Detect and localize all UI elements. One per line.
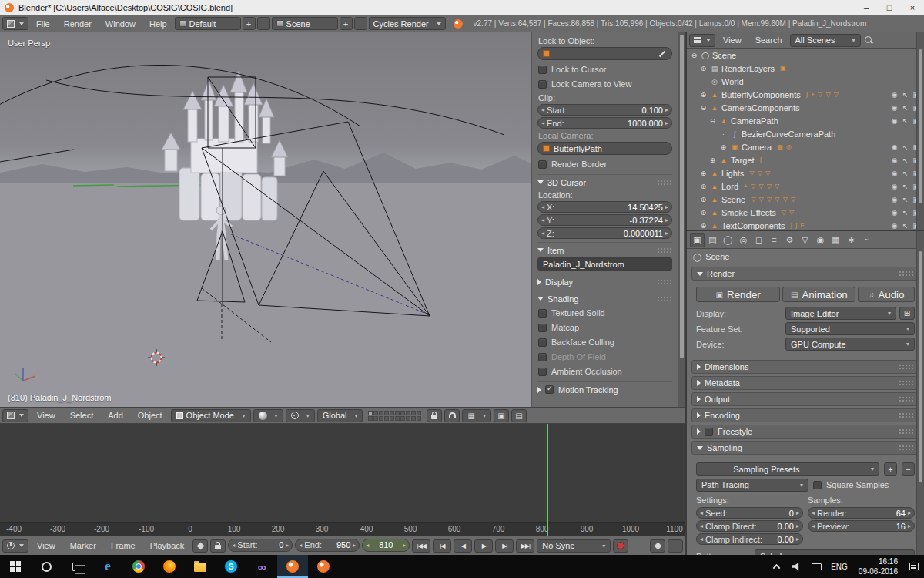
blender-app-button-2[interactable]: [308, 555, 339, 578]
visual-studio-app-button[interactable]: [246, 555, 277, 578]
hidden-icons-chevron[interactable]: [766, 555, 786, 578]
timeline-ruler[interactable]: -400 -300 -200 -100 0 100 200 300 400 50…: [0, 522, 685, 536]
checkbox-icon[interactable]: [538, 160, 547, 169]
snap-element-dropdown[interactable]: ▦: [462, 409, 490, 422]
visibility-eye-icon[interactable]: [889, 170, 899, 177]
layer-cell[interactable]: [390, 416, 394, 421]
clip-end-field[interactable]: End:1000.000: [537, 117, 672, 129]
outliner-item-camerapath[interactable]: CameraPath: [687, 114, 924, 127]
close-layout-button[interactable]: [257, 17, 270, 30]
layer-cell[interactable]: [379, 411, 383, 415]
menu-file[interactable]: File: [30, 15, 56, 32]
minimize-button[interactable]: –: [855, 0, 878, 15]
maximize-button[interactable]: □: [878, 0, 901, 15]
outliner-region[interactable]: View Search All Scenes Scene RenderLayer…: [687, 32, 924, 231]
window-titlebar[interactable]: Blender* [C:\Users\Alface\Desktop\COSIG\…: [0, 0, 924, 15]
language-indicator[interactable]: ENG: [826, 555, 852, 578]
insert-keyframe-button[interactable]: [650, 539, 665, 553]
tab-physics[interactable]: [859, 233, 874, 247]
lock-to-scene-icon[interactable]: [427, 409, 442, 422]
outliner-item-textcomponents[interactable]: TextComponents ∫ ∫ F: [687, 219, 924, 231]
menu-help[interactable]: Help: [143, 15, 173, 32]
tab-object-data[interactable]: [798, 233, 812, 247]
outliner-item-smoke-effects[interactable]: Smoke Effects ▽ ▽: [687, 206, 924, 219]
cursor-x-field[interactable]: X:14.50425: [537, 201, 672, 213]
matcap-checkbox[interactable]: Matcap: [538, 321, 671, 334]
tab-modifiers[interactable]: [782, 233, 797, 247]
scrollbar-thumb[interactable]: [919, 251, 922, 482]
section-header-freestyle[interactable]: Freestyle: [691, 425, 919, 439]
jump-to-start-button[interactable]: [412, 539, 430, 553]
viewport-editor-type-button[interactable]: [2, 409, 28, 422]
new-window-icon[interactable]: [899, 307, 915, 320]
search-icon[interactable]: [864, 35, 873, 45]
view3d-properties-region[interactable]: Lock to Object: Lock to Cursor Lock Came…: [531, 32, 678, 407]
play-reverse-button[interactable]: [454, 539, 472, 553]
menu-marker[interactable]: Marker: [64, 536, 102, 555]
file-explorer-button[interactable]: [185, 555, 216, 578]
section-header-sampling[interactable]: Sampling: [691, 441, 919, 455]
add-preset-button[interactable]: [884, 462, 897, 476]
panel-header-motion-tracking[interactable]: Motion Tracking: [537, 381, 672, 395]
outliner-item-beziercurvecamerapath[interactable]: BezierCurveCameraPath: [687, 127, 924, 140]
expand-icon[interactable]: [699, 170, 708, 177]
menu-object[interactable]: Object: [132, 408, 169, 423]
timeline-region[interactable]: -400 -300 -200 -100 0 100 200 300 400 50…: [0, 424, 685, 536]
layer-cell[interactable]: [384, 416, 389, 421]
tab-object[interactable]: [752, 233, 766, 247]
selectability-cursor-icon[interactable]: [900, 91, 910, 99]
render-audio-button[interactable]: ♫Audio: [858, 287, 915, 302]
menu-view[interactable]: View: [717, 32, 748, 48]
expand-icon[interactable]: [699, 222, 708, 230]
local-camera-field[interactable]: ButterflyPath: [537, 142, 672, 155]
outliner-item-scene[interactable]: Scene: [687, 49, 924, 62]
selectability-cursor-icon[interactable]: [900, 183, 910, 190]
selectability-cursor-icon[interactable]: [900, 196, 910, 203]
display-settings-button[interactable]: [806, 555, 826, 578]
panel-header-shading[interactable]: Shading: [537, 291, 672, 304]
selectability-cursor-icon[interactable]: [900, 156, 910, 164]
add-scene-button[interactable]: [340, 17, 353, 30]
panel-header-3d-cursor[interactable]: 3D Cursor: [537, 174, 672, 188]
layer-cell[interactable]: [368, 416, 373, 421]
outliner-item-butterflycomponents[interactable]: ButterflyComponents ∫ + ▽ ▽ ▽: [687, 88, 924, 101]
render-animation-button[interactable]: ▤Animation: [782, 287, 855, 302]
keying-set-icon[interactable]: [192, 539, 208, 553]
lock-camera-checkbox[interactable]: Lock Camera to View: [538, 77, 671, 91]
close-button[interactable]: ×: [901, 0, 924, 15]
outliner-scrollbar[interactable]: [916, 32, 924, 230]
render-button[interactable]: ▣Render: [696, 287, 780, 302]
panel-header-display[interactable]: Display: [537, 274, 672, 287]
outliner-item-cameracomponents[interactable]: CameraComponents: [687, 101, 924, 114]
expand-icon[interactable]: [699, 104, 708, 112]
checkbox-icon[interactable]: [538, 338, 547, 347]
blender-app-button[interactable]: [277, 555, 308, 578]
selectability-cursor-icon[interactable]: [900, 104, 910, 112]
add-layout-button[interactable]: [243, 17, 256, 30]
delete-keyframe-button[interactable]: [668, 539, 683, 553]
textured-solid-checkbox[interactable]: Textured Solid: [538, 306, 671, 320]
visibility-eye-icon[interactable]: [889, 117, 899, 125]
layer-cell[interactable]: [379, 416, 383, 421]
visibility-eye-icon[interactable]: [889, 183, 899, 190]
viewport-scrollbar[interactable]: [678, 32, 685, 407]
cortana-search-button[interactable]: [31, 555, 62, 578]
section-header-metadata[interactable]: Metadata: [691, 376, 919, 390]
layer-cell[interactable]: [411, 416, 416, 421]
layer-cell[interactable]: [390, 411, 394, 415]
expand-icon[interactable]: [699, 183, 708, 190]
section-header-output[interactable]: Output: [691, 392, 919, 406]
tab-render[interactable]: [690, 233, 705, 247]
expand-icon[interactable]: [699, 196, 708, 203]
pivot-dropdown[interactable]: [286, 409, 315, 422]
selectability-cursor-icon[interactable]: [900, 209, 910, 217]
mode-dropdown[interactable]: Object Mode: [171, 409, 251, 422]
outliner-item-world[interactable]: World: [687, 75, 924, 88]
layer-cell[interactable]: [406, 416, 410, 421]
layer-cell[interactable]: [384, 411, 389, 415]
render-engine-selector[interactable]: Cycles Render: [369, 17, 446, 30]
outliner-editor-type-button[interactable]: [689, 34, 715, 47]
checkbox-icon[interactable]: [538, 368, 547, 376]
outliner-scope-dropdown[interactable]: All Scenes: [790, 34, 861, 47]
menu-window[interactable]: Window: [99, 15, 142, 32]
